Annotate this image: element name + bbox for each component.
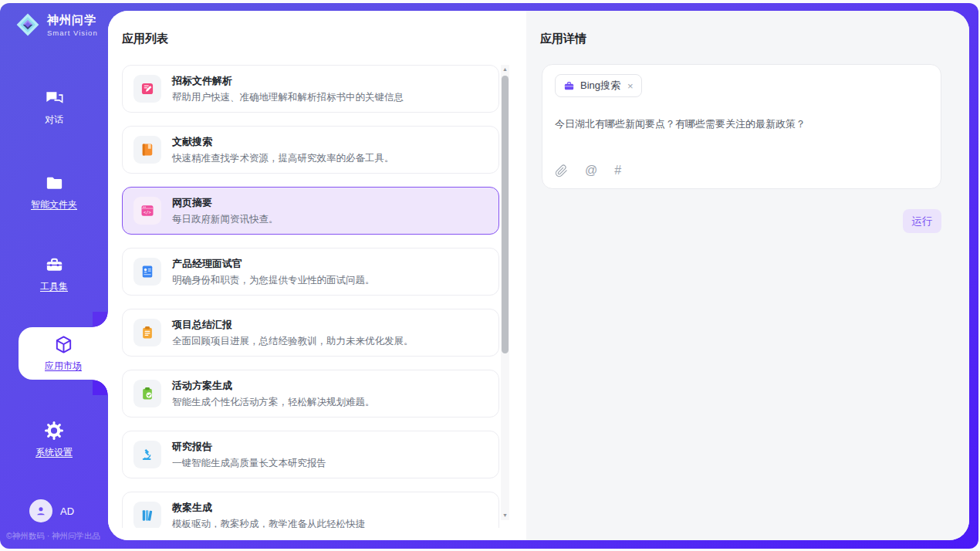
bubble-notch-bottom xyxy=(93,380,108,395)
app-item-project-summary[interactable]: 项目总结汇报 全面回顾项目进展，总结经验教训，助力未来优化发展。 xyxy=(122,309,499,357)
sidebar-item-label: 系统设置 xyxy=(35,446,73,459)
app-name: 招标文件解析 xyxy=(172,74,404,88)
tool-chip-label: Bing搜索 xyxy=(580,79,620,93)
app-desc: 智能生成个性化活动方案，轻松解决规划难题。 xyxy=(172,396,375,409)
sidebar-item-label: 智能文件夹 xyxy=(31,198,77,211)
run-button[interactable]: 运行 xyxy=(903,209,941,233)
app-item-web-summary[interactable]: </> 网页摘要 每日政府新闻资讯快查。 xyxy=(122,187,499,235)
avatar xyxy=(29,499,52,522)
sidebar-item-chat[interactable]: 对话 xyxy=(0,88,108,127)
svg-text:</>: </> xyxy=(144,210,152,215)
app-item-research-report[interactable]: 研究报告 一键智能生成高质量长文本研究报告 xyxy=(122,431,499,478)
person-icon xyxy=(34,504,48,518)
brand-logo: 神州问学 Smart Vision xyxy=(14,11,98,39)
sidebar: 神州问学 Smart Vision 对话 智能文件夹 xyxy=(0,3,108,549)
app-desc: 快速精准查找学术资源，提高研究效率的必备工具。 xyxy=(172,152,394,165)
scroll-down-arrow[interactable]: ▼ xyxy=(501,511,509,520)
app-name: 项目总结汇报 xyxy=(172,318,414,332)
scroll-thumb[interactable] xyxy=(502,76,509,353)
toolbox-icon xyxy=(0,255,108,276)
prompt-input[interactable]: 今日湖北有哪些新闻要点？有哪些需要关注的最新政策？ xyxy=(555,117,928,131)
book-icon xyxy=(133,136,161,164)
sidebar-item-toolset[interactable]: 工具集 xyxy=(0,255,108,293)
user-name: AD xyxy=(60,505,74,517)
app-item-pm-interviewer[interactable]: 产品经理面试官 明确身份和职责，为您提供专业性的面试问题。 xyxy=(122,248,499,296)
prompt-card: Bing搜索 × 今日湖北有哪些新闻要点？有哪些需要关注的最新政策？ @ # xyxy=(542,64,941,189)
gear-icon xyxy=(0,420,108,441)
app-desc: 全面回顾项目进展，总结经验教训，助力未来优化发展。 xyxy=(172,335,414,348)
app-desc: 一键智能生成高质量长文本研究报告 xyxy=(172,457,326,470)
prompt-toolbar: @ # xyxy=(555,164,928,179)
sidebar-item-label: 工具集 xyxy=(40,280,68,293)
app-list-title: 应用列表 xyxy=(122,32,168,46)
doc-edit-icon xyxy=(133,75,161,103)
microscope-icon xyxy=(133,441,161,468)
app-list-panel: 应用列表 招标文件解析 帮助用户快速、准确地理解和解析招标书中的关键信息 xyxy=(108,11,526,540)
app-desc: 模板驱动，教案秒成，教学准备从此轻松快捷 xyxy=(172,518,365,529)
sidebar-item-label: 对话 xyxy=(45,113,63,127)
main-content: 应用列表 招标文件解析 帮助用户快速、准确地理解和解析招标书中的关键信息 xyxy=(108,11,969,540)
app-name: 网页摘要 xyxy=(172,196,279,210)
app-name: 活动方案生成 xyxy=(172,379,375,393)
scroll-up-arrow[interactable]: ▲ xyxy=(501,65,509,74)
app-name: 教案生成 xyxy=(172,501,365,515)
resume-icon xyxy=(133,258,161,286)
app-desc: 帮助用户快速、准确地理解和解析招标书中的关键信息 xyxy=(172,91,404,104)
app-item-literature-search[interactable]: 文献搜索 快速精准查找学术资源，提高研究效率的必备工具。 xyxy=(122,126,499,174)
sidebar-item-label: 应用市场 xyxy=(45,360,82,373)
tool-chip-bing-search[interactable]: Bing搜索 × xyxy=(555,74,642,97)
folder-icon xyxy=(0,173,108,194)
app-list: 招标文件解析 帮助用户快速、准确地理解和解析招标书中的关键信息 文献搜索 xyxy=(122,65,499,528)
bubble-notch-top xyxy=(93,312,108,327)
sidebar-item-app-market[interactable]: 应用市场 xyxy=(19,327,108,380)
app-item-bid-doc-parse[interactable]: 招标文件解析 帮助用户快速、准确地理解和解析招标书中的关键信息 xyxy=(122,65,499,113)
app-detail-panel: 应用详情 Bing搜索 × 今日湖北有哪些新闻要点？有哪些需要关注的最新政策？ xyxy=(526,11,969,540)
briefcase-icon xyxy=(563,80,575,92)
clipboard-icon xyxy=(133,319,161,346)
sidebar-item-smart-folder[interactable]: 智能文件夹 xyxy=(0,173,108,211)
app-name: 产品经理面试官 xyxy=(172,257,375,271)
app-name: 文献搜索 xyxy=(172,135,394,149)
paperclip-icon[interactable] xyxy=(555,164,568,177)
brand-subtitle: Smart Vision xyxy=(47,29,98,37)
list-scrollbar[interactable]: ▲ ▼ xyxy=(501,65,509,520)
cube-icon xyxy=(19,334,108,358)
app-desc: 明确身份和职责，为您提供专业性的面试问题。 xyxy=(172,274,375,287)
hash-icon[interactable]: # xyxy=(614,164,621,177)
mention-icon[interactable]: @ xyxy=(585,164,597,177)
app-item-event-plan[interactable]: 活动方案生成 智能生成个性化活动方案，轻松解决规划难题。 xyxy=(122,370,499,417)
clipboard-check-icon xyxy=(133,380,161,407)
books-icon xyxy=(133,502,161,528)
app-detail-title: 应用详情 xyxy=(540,32,586,46)
chat-icon xyxy=(0,88,108,109)
chip-close-icon[interactable]: × xyxy=(627,80,634,92)
user-account[interactable]: AD xyxy=(29,499,74,522)
sidebar-footer: ©神州数码 · 神州问学出品 xyxy=(6,531,108,542)
app-item-lesson-plan[interactable]: 教案生成 模板驱动，教案秒成，教学准备从此轻松快捷 xyxy=(122,492,499,528)
app-desc: 每日政府新闻资讯快查。 xyxy=(172,213,279,226)
app-frame: 神州问学 Smart Vision 对话 智能文件夹 xyxy=(0,3,978,549)
sidebar-item-settings[interactable]: 系统设置 xyxy=(0,420,108,459)
diamond-logo-icon xyxy=(14,11,42,39)
browser-code-icon: </> xyxy=(133,197,161,225)
app-name: 研究报告 xyxy=(172,440,326,454)
brand-name: 神州问学 xyxy=(47,13,98,28)
